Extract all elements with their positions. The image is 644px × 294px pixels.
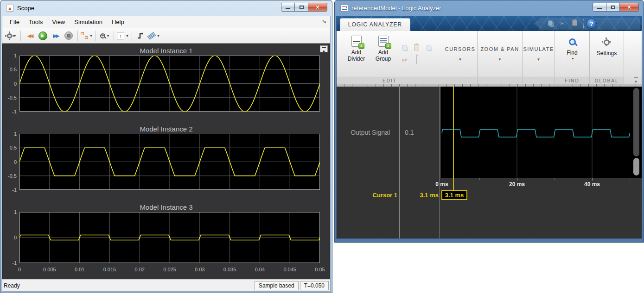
y-tick-label: 1 [14,131,17,137]
y-tick-label: -1 [12,187,17,193]
scope-titlebar[interactable]: ▲ Scope × [2,0,331,16]
plus-icon: + [358,43,364,49]
status-text: Ready [4,282,20,289]
cursor-row: Cursor 1 3.1 ms 3.1 ms [337,190,642,201]
plot-canvas[interactable] [19,56,320,113]
la-tab-banner: LOGIC ANALYZER ✂ ? [337,16,642,31]
minimize-button[interactable] [281,3,295,12]
toolstrip-section-zoom-pan[interactable]: ZOOM & PAN ▼ [478,31,523,85]
time-axis-label: 0 ms [428,181,456,188]
x-tick-label: 0.03 [190,267,210,272]
gear-icon [604,39,610,45]
scrollbar-thumb[interactable] [633,88,639,156]
la-toolstrip: + Add Divider + Add Group ✂ [337,31,642,85]
delete-icon[interactable] [416,56,417,64]
cursors-label: CURSORS [445,46,476,52]
add-group-button[interactable]: + Add Group [370,33,397,75]
cursor-flag[interactable]: 3.1 ms [441,190,467,200]
cut-icon[interactable]: ✂ [556,20,568,27]
run-button[interactable]: ▶ [37,30,49,42]
waveform-canvas[interactable] [441,87,642,178]
la-window-title: referencedModel - Logic Analyzer [351,5,441,12]
help-icon[interactable]: ? [587,19,597,29]
close-button[interactable]: × [619,3,639,12]
chevron-down-icon: ▼ [13,34,17,38]
paste-icon[interactable] [568,20,580,27]
find-button[interactable]: Find ▼ [557,33,587,75]
scale-axes-icon: ↕ [117,32,124,39]
collapse-toolstrip-button[interactable]: ▲ [634,77,638,83]
stop-button[interactable] [63,30,75,42]
plot-canvas[interactable] [19,134,320,192]
axis-tick [517,178,517,181]
chevron-down-icon[interactable]: ▼ [498,57,502,62]
axis-tick [442,178,442,181]
y-tick-label: 0 [14,81,17,87]
scope-toolbar: ▼ ◀◀ ▶ ▶▶ ▼ ▼ ↕▼ ▼ [2,28,330,44]
add-divider-icon: + [351,36,362,47]
la-titlebar[interactable]: referencedModel - Logic Analyzer × [336,0,642,16]
duplicate-icon[interactable] [427,44,431,52]
add-group-icon: + [378,36,389,47]
step-back-button[interactable]: ◀◀ [24,30,36,42]
plot-canvas[interactable] [19,212,320,265]
maximize-button[interactable] [606,3,620,12]
y-tick-label: -0.5 [8,173,17,179]
trigger-button[interactable] [135,30,147,42]
maximize-button[interactable] [294,3,308,12]
plot-model-instance-2: Model Instance 2 10.50-0.5-1 [3,124,330,192]
scope-settings-button[interactable]: ▼ [6,30,18,42]
y-tick-label: 1 [14,209,17,215]
close-button[interactable]: × [308,3,327,12]
plot-model-instance-1: Model Instance 1 10.50-0.5-1 [3,46,330,113]
menu-help[interactable]: Help [107,16,129,28]
measurements-button[interactable]: ▼ [148,30,160,42]
tab-logic-analyzer[interactable]: LOGIC ANALYZER [340,18,410,31]
scrollbar-track-piece[interactable] [633,158,639,175]
dock-arrow-icon[interactable]: ↘ [322,18,326,25]
cut-icon[interactable]: ✂ [402,56,408,64]
cursor-value: 3.1 ms [399,192,439,199]
time-axis: 0 ms20 ms40 ms [337,178,642,190]
status-mode: Sample based [255,281,299,290]
copy-icon[interactable] [544,20,556,27]
settings-button[interactable]: Settings [592,33,622,75]
chevron-down-icon[interactable]: ▼ [537,57,541,62]
minimize-button[interactable] [593,3,606,12]
signal-name-cell[interactable]: Output Signal [337,87,399,178]
section-label-find: FIND [555,77,589,84]
add-divider-button[interactable]: + Add Divider [343,33,370,75]
vertical-scrollbar[interactable] [633,88,639,177]
ruler-icon [147,32,156,40]
scale-axes-button[interactable]: ↕▼ [117,30,129,42]
toolstrip-section-cursors[interactable]: CURSORS ▼ [443,31,478,85]
y-tick-label: 0 [14,159,17,165]
toolstrip-section-global: Settings GLOBAL [590,31,624,85]
highlight-block-button[interactable]: ▼ [81,30,93,42]
toolstrip-section-simulate[interactable]: SIMULATE ▼ [523,31,555,85]
cursor-line[interactable] [453,87,454,190]
y-tick-label: -1 [12,109,17,114]
column-divider[interactable] [399,87,400,238]
menu-view[interactable]: View [47,16,70,28]
x-tick-label: 0.025 [159,267,180,272]
x-tick-label: 0.02 [129,267,150,272]
simulate-label: SIMULATE [523,46,554,52]
column-divider[interactable] [440,87,440,238]
chevron-down-icon[interactable]: ▼ [459,57,462,62]
chevron-down-icon: ▼ [571,57,574,60]
copy-icon[interactable] [402,44,407,52]
menu-tools[interactable]: Tools [24,16,47,28]
x-tick-label: 0.05 [310,267,330,272]
paste-icon[interactable] [414,44,419,52]
menu-file[interactable]: File [5,16,24,28]
scope-statusbar: Ready Sample based T=0.050 [2,279,330,291]
y-axis-labels: 10.50-0.5-1 [3,134,19,192]
time-axis-label: 20 ms [503,181,531,188]
zoom-button[interactable]: ▼ [99,30,111,42]
plot-title: Model Instance 1 [3,46,330,56]
toolstrip-section-edit: + Add Divider + Add Group ✂ [337,31,443,85]
step-forward-button[interactable]: ▶▶ [50,30,62,42]
menu-simulation[interactable]: Simulation [70,16,107,28]
cursor-name[interactable]: Cursor 1 [337,192,397,199]
